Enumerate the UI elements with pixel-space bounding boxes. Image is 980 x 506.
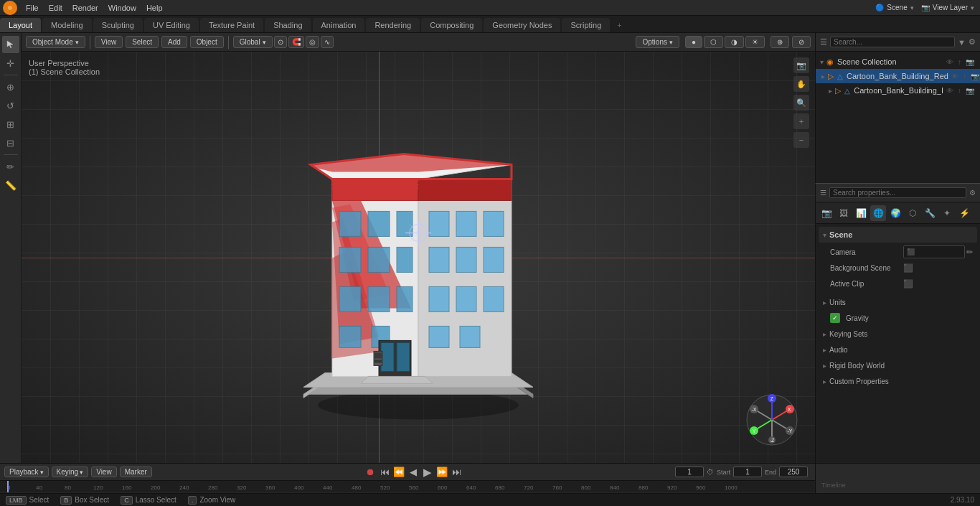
- viewport-view-menu[interactable]: View: [95, 36, 123, 48]
- prop-tab-view-layer[interactable]: 📊: [853, 205, 869, 221]
- tab-rendering[interactable]: Rendering: [366, 18, 420, 32]
- keying-menu[interactable]: Keying▾: [52, 467, 89, 477]
- transform-selector[interactable]: Global▾: [233, 36, 273, 48]
- material-mode-btn[interactable]: ◑: [725, 36, 744, 48]
- properties-menu-icon[interactable]: ☰: [820, 189, 826, 197]
- tab-modeling[interactable]: Modeling: [42, 18, 92, 32]
- scale-tool[interactable]: ⊞: [2, 116, 19, 133]
- view-layer-selector[interactable]: View Layer: [933, 4, 968, 11]
- outliner-visibility-icon[interactable]: 👁: [945, 58, 955, 66]
- outliner-render-icon[interactable]: 📷: [964, 58, 976, 66]
- prop-tab-world[interactable]: 🌍: [887, 205, 903, 221]
- viewport-overlays-btn[interactable]: ⊘: [792, 36, 811, 48]
- menu-window[interactable]: Window: [104, 2, 141, 14]
- pivot-selector[interactable]: ⊙: [274, 36, 287, 48]
- custom-properties-collapsible[interactable]: ▸ Custom Properties: [819, 373, 977, 389]
- viewport-select-menu[interactable]: Select: [126, 36, 159, 48]
- obj2-visibility[interactable]: 👁: [945, 87, 955, 95]
- outliner-settings-icon[interactable]: ⚙: [969, 37, 976, 47]
- viewport-object-menu[interactable]: Object: [190, 36, 224, 48]
- prop-tab-modifier[interactable]: 🔧: [922, 205, 938, 221]
- obj2-render[interactable]: 📷: [964, 87, 976, 95]
- jump-end-btn[interactable]: ⏭: [450, 466, 463, 479]
- menu-file[interactable]: File: [22, 2, 43, 14]
- viewport-hand-btn[interactable]: ✋: [793, 76, 809, 92]
- tab-animation[interactable]: Animation: [313, 18, 365, 32]
- select-tool[interactable]: [2, 36, 19, 53]
- transform-tool[interactable]: ⊟: [2, 134, 19, 151]
- solid-mode-btn[interactable]: ●: [685, 36, 702, 48]
- tab-sculpting[interactable]: Sculpting: [93, 18, 143, 32]
- move-tool[interactable]: ⊕: [2, 78, 19, 95]
- properties-search[interactable]: [829, 187, 966, 198]
- options-menu[interactable]: Options▾: [636, 36, 679, 48]
- outliner-object-row-2[interactable]: ▸ ▷ △ Cartoon_Bank_Building_I 👁 ↑ 📷: [816, 83, 980, 98]
- record-btn[interactable]: ⏺: [364, 466, 377, 479]
- end-frame-input[interactable]: [779, 467, 808, 477]
- snap-toggle[interactable]: 🧲: [288, 36, 304, 48]
- add-workspace-tab[interactable]: +: [611, 18, 627, 32]
- obj1-render[interactable]: 📷: [969, 72, 980, 80]
- tab-shading[interactable]: Shading: [265, 18, 311, 32]
- viewport-add-menu[interactable]: Add: [161, 36, 187, 48]
- scene-selector[interactable]: Scene: [887, 4, 907, 11]
- menu-edit[interactable]: Edit: [44, 2, 67, 14]
- viewport-zoom-out-btn[interactable]: −: [793, 132, 809, 148]
- viewport-gizmos-btn[interactable]: ⊕: [771, 36, 789, 48]
- camera-edit-icon[interactable]: ✏: [966, 248, 973, 257]
- tab-layout[interactable]: Layout: [0, 18, 41, 32]
- tab-compositing[interactable]: Compositing: [421, 18, 482, 32]
- units-collapsible[interactable]: ▸ Units: [819, 294, 977, 310]
- view-menu-timeline[interactable]: View: [91, 467, 117, 477]
- prop-tab-render[interactable]: 📷: [819, 205, 834, 221]
- obj2-viewport[interactable]: ↑: [956, 87, 963, 95]
- tab-texture-paint[interactable]: Texture Paint: [200, 18, 263, 32]
- measure-tool[interactable]: 📏: [2, 177, 19, 194]
- viewport-zoom-in-btn[interactable]: +: [793, 113, 809, 129]
- rigid-body-collapsible[interactable]: ▸ Rigid Body World: [819, 357, 977, 373]
- step-forward-btn[interactable]: ⏩: [435, 466, 448, 479]
- tab-geometry-nodes[interactable]: Geometry Nodes: [484, 18, 560, 32]
- prop-tab-object[interactable]: ⬡: [905, 205, 920, 221]
- outliner-search[interactable]: [830, 37, 955, 47]
- prop-tab-output[interactable]: 🖼: [836, 205, 852, 221]
- prop-tab-scene[interactable]: 🌐: [870, 205, 886, 221]
- gravity-checkbox[interactable]: ✓: [830, 313, 840, 323]
- playback-menu[interactable]: Playback▾: [4, 467, 49, 477]
- viewport-3d[interactable]: User Perspective (1) Scene Collection X …: [22, 52, 815, 463]
- scene-section-header[interactable]: ▾ Scene: [819, 227, 977, 243]
- menu-help[interactable]: Help: [142, 2, 167, 14]
- rendered-mode-btn[interactable]: ☀: [745, 36, 765, 48]
- keying-sets-collapsible[interactable]: ▸ Keying Sets: [819, 326, 977, 342]
- annotate-tool[interactable]: ✏: [2, 158, 19, 175]
- current-frame-input[interactable]: [675, 467, 704, 477]
- proportional-edit[interactable]: ◎: [306, 36, 319, 48]
- camera-value[interactable]: ⬛: [903, 245, 966, 258]
- wireframe-mode-btn[interactable]: ⬡: [704, 36, 723, 48]
- rotate-tool[interactable]: ↺: [2, 97, 19, 114]
- obj1-visibility[interactable]: 👁: [950, 72, 960, 80]
- graph-icon[interactable]: ∿: [321, 36, 334, 48]
- play-reverse-btn[interactable]: ◀: [407, 466, 420, 479]
- tab-scripting[interactable]: Scripting: [562, 18, 610, 32]
- playback-speed-icon[interactable]: ⏱: [707, 468, 714, 476]
- viewport-zoom-btn[interactable]: 🔍: [793, 95, 809, 111]
- cursor-tool[interactable]: ✛: [2, 55, 19, 72]
- object-mode-selector[interactable]: Object Mode▾: [26, 36, 85, 48]
- outliner-collection-row[interactable]: ▾ ◉ Scene Collection 👁 ↑ 📷: [816, 55, 980, 69]
- start-frame-input[interactable]: [733, 467, 762, 477]
- play-btn[interactable]: ▶: [421, 466, 434, 479]
- navigation-gizmo[interactable]: X -X -Y Y Z -Z: [743, 391, 801, 449]
- viewport-canvas[interactable]: User Perspective (1) Scene Collection X …: [22, 52, 815, 463]
- outliner-filter-icon[interactable]: ▼: [958, 38, 966, 47]
- prop-tab-physics[interactable]: ⚡: [956, 205, 972, 221]
- tab-uv-editing[interactable]: UV Editing: [144, 18, 199, 32]
- marker-menu[interactable]: Marker: [120, 467, 152, 477]
- outliner-viewport-icon[interactable]: ↑: [956, 58, 963, 66]
- properties-settings-icon[interactable]: ⚙: [969, 189, 976, 197]
- prop-tab-particles[interactable]: ✦: [939, 205, 955, 221]
- outliner-object-row-1[interactable]: ▸ ▷ △ Cartoon_Bank_Building_Red 👁 ↑ 📷: [816, 69, 980, 83]
- audio-collapsible[interactable]: ▸ Audio: [819, 342, 977, 357]
- step-back-btn[interactable]: ⏪: [392, 466, 405, 479]
- obj1-viewport[interactable]: ↑: [961, 72, 968, 80]
